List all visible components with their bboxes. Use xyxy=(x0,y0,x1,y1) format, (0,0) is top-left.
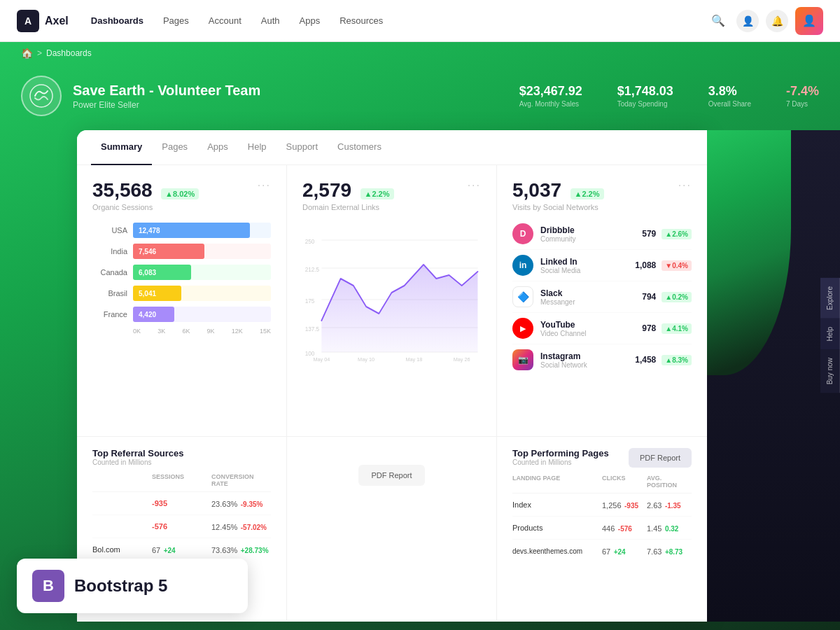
stat-monthly-sales: $23,467.92 Avg. Monthly Sales xyxy=(519,84,582,108)
svg-text:May 04: May 04 xyxy=(313,356,330,363)
buy-now-btn[interactable]: Buy now xyxy=(820,349,840,393)
profile-stats: $23,467.92 Avg. Monthly Sales $1,748.03 … xyxy=(519,84,819,108)
logo-area[interactable]: A Axel xyxy=(17,10,69,32)
stat-label-4: 7 Days xyxy=(786,100,819,108)
nav-items: Dashboards Pages Account Auth Apps Resou… xyxy=(91,15,707,26)
social-row-dribbble: D Dribbble Community 579 ▲2.6% xyxy=(512,218,692,250)
svg-text:May 26: May 26 xyxy=(454,356,470,363)
stat-7days: -7.4% 7 Days xyxy=(786,84,819,108)
more-options-btn[interactable]: ··· xyxy=(258,179,271,192)
breadcrumb: 🏠 > Dashboards xyxy=(0,42,840,64)
organic-sessions-value: 35,568 xyxy=(92,179,153,201)
svg-text:175: 175 xyxy=(305,298,315,304)
nav-account[interactable]: Account xyxy=(209,15,241,26)
social-networks-section: 5,037 ▲2.2% ··· Visits by Social Network… xyxy=(497,165,707,437)
stat-label-2: Today Spending xyxy=(617,100,673,108)
social-visits-badge: ▲2.2% xyxy=(570,188,604,200)
stat-label-3: Overall Share xyxy=(708,100,751,108)
domain-links-value: 2,579 xyxy=(302,179,351,201)
tab-apps[interactable]: Apps xyxy=(197,130,238,164)
profile-name: Save Earth - Volunteer Team xyxy=(73,83,260,99)
svg-text:May 10: May 10 xyxy=(358,356,374,363)
notification-icon[interactable]: 👤 xyxy=(736,10,759,32)
instagram-icon: 📷 xyxy=(512,349,533,370)
svg-text:May 18: May 18 xyxy=(405,356,422,363)
nav-dashboards[interactable]: Dashboards xyxy=(91,15,144,26)
svg-point-0 xyxy=(30,85,52,107)
help-side-btn[interactable]: Help xyxy=(820,318,840,350)
svg-text:212.5: 212.5 xyxy=(305,266,320,273)
nav-resources[interactable]: Resources xyxy=(340,15,383,26)
slack-icon: 🔷 xyxy=(512,286,533,307)
stat-value-2: $1,748.03 xyxy=(617,84,673,99)
social-row-linkedin: in Linked In Social Media 1,088 ▼0.4% xyxy=(512,250,692,281)
organic-sessions-section: 35,568 ▲8.02% ··· Organic Sessions USA 1 xyxy=(77,165,287,437)
nav-pages[interactable]: Pages xyxy=(163,15,189,26)
social-row-youtube: ▶ YouTube Video Channel 978 ▲4.1% xyxy=(512,313,692,344)
search-icon[interactable]: 🔍 xyxy=(707,10,729,32)
dribbble-icon: D xyxy=(512,223,533,244)
bootstrap-icon: B xyxy=(32,570,64,602)
profile-subtitle: Power Elite Seller xyxy=(73,100,260,110)
social-visits-value: 5,037 xyxy=(512,179,561,201)
organic-sessions-badge: ▲8.02% xyxy=(161,188,199,200)
svg-text:250: 250 xyxy=(305,238,315,245)
top-pages-section: Top Performing Pages Counted in Millions… xyxy=(497,437,707,620)
tab-pages[interactable]: Pages xyxy=(152,130,197,164)
domain-links-section: 2,579 ▲2.2% ··· Domain External Links 25… xyxy=(287,165,497,437)
svg-text:137.5: 137.5 xyxy=(305,326,320,332)
pdf-report-btn-right[interactable]: PDF Report xyxy=(629,448,692,468)
social-row-slack: 🔷 Slack Messanger 794 ▲0.2% xyxy=(512,281,692,313)
tab-help[interactable]: Help xyxy=(238,130,276,164)
home-icon[interactable]: 🏠 xyxy=(21,48,33,59)
tab-bar: Summary Pages Apps Help Support Customer… xyxy=(77,130,707,165)
stat-value-3: 3.8% xyxy=(708,84,751,99)
main-card: Summary Pages Apps Help Support Customer… xyxy=(77,130,707,622)
avatar-main[interactable]: 👤 xyxy=(795,7,823,35)
side-buttons: Explore Help Buy now xyxy=(820,278,840,393)
tab-support[interactable]: Support xyxy=(276,130,328,164)
tab-customers[interactable]: Customers xyxy=(328,130,391,164)
profile-banner: Save Earth - Volunteer Team Power Elite … xyxy=(0,64,840,130)
youtube-icon: ▶ xyxy=(512,318,533,339)
dark-right-panel: Explore Help Buy now xyxy=(707,130,840,622)
domain-links-badge: ▲2.2% xyxy=(360,188,394,200)
bell-icon[interactable]: 🔔 xyxy=(766,10,788,32)
social-row-instagram: 📷 Instagram Social Network 1,458 ▲8.3% xyxy=(512,344,692,375)
organic-sessions-label: Organic Sessions xyxy=(92,203,271,211)
stat-value-4: -7.4% xyxy=(786,84,819,99)
social-more-btn[interactable]: ··· xyxy=(678,179,692,192)
pdf-report-center: PDF Report xyxy=(287,437,497,620)
domain-links-label: Domain External Links xyxy=(302,203,481,211)
profile-info: Save Earth - Volunteer Team Power Elite … xyxy=(73,83,260,110)
tab-summary[interactable]: Summary xyxy=(91,130,152,165)
line-chart: 250 212.5 175 137.5 100 xyxy=(302,223,481,365)
nav-auth[interactable]: Auth xyxy=(261,15,280,26)
logo-text: Axel xyxy=(45,15,69,27)
stat-value: $23,467.92 xyxy=(519,84,582,99)
bar-chart: USA 12,478 India 7,546 xyxy=(92,223,271,335)
logo-icon: A xyxy=(17,10,39,32)
stat-label: Avg. Monthly Sales xyxy=(519,100,582,108)
domain-more-btn[interactable]: ··· xyxy=(468,179,481,192)
profile-logo xyxy=(21,76,62,116)
bootstrap-text: Bootstrap 5 xyxy=(74,576,167,596)
pdf-report-btn-center[interactable]: PDF Report xyxy=(358,465,424,486)
stat-today-spending: $1,748.03 Today Spending xyxy=(617,84,673,108)
breadcrumb-current: Dashboards xyxy=(46,48,92,58)
linkedin-icon: in xyxy=(512,255,533,276)
nav-apps[interactable]: Apps xyxy=(300,15,321,26)
stat-overall-share: 3.8% Overall Share xyxy=(708,84,751,108)
explore-btn[interactable]: Explore xyxy=(820,278,840,318)
bootstrap-badge: B Bootstrap 5 xyxy=(17,559,248,613)
breadcrumb-sep: > xyxy=(37,48,42,58)
social-list: D Dribbble Community 579 ▲2.6% in xyxy=(512,218,692,375)
social-visits-label: Visits by Social Networks xyxy=(512,203,692,211)
